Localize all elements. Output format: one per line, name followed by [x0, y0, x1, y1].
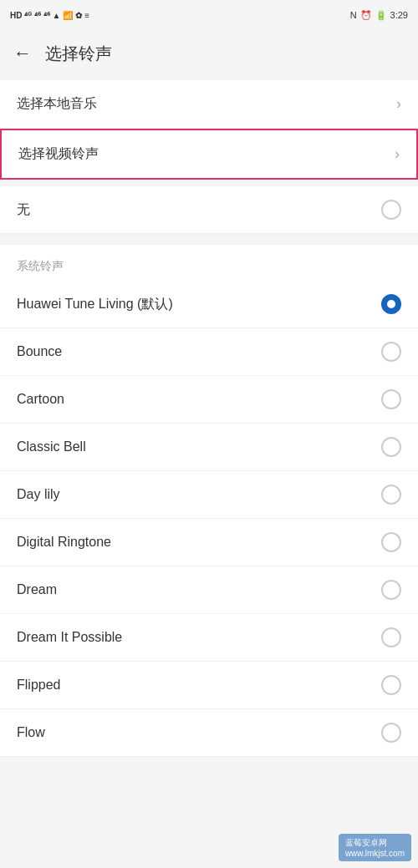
none-label: 无 [17, 201, 30, 219]
local-music-item[interactable]: 选择本地音乐 › [0, 80, 418, 129]
ringtone-digital-ringtone[interactable]: Digital Ringtone [0, 519, 418, 566]
header: ← 选择铃声 [0, 30, 418, 77]
none-radio[interactable] [381, 200, 401, 220]
none-option[interactable]: 无 [0, 186, 418, 234]
divider-1 [0, 180, 418, 186]
status-bar: HD ⁴ᴳ ⁴⁶ ⁴⁶ ▲ 📶 ✿ ≡ N ⏰ 🔋 3:29 [0, 0, 418, 30]
ringtone-label-3: Classic Bell [17, 439, 86, 454]
ringtone-day-lily[interactable]: Day lily [0, 471, 418, 519]
huawei-icon: ✿ ≡ [75, 11, 89, 20]
watermark-site: www.lmkjst.com [345, 849, 405, 858]
menu-section: 选择本地音乐 › 选择视频铃声 › [0, 80, 418, 180]
radio-button-4[interactable] [381, 485, 401, 505]
section-title: 系统铃声 [17, 259, 64, 272]
radio-button-3[interactable] [381, 437, 401, 457]
system-ringtones-section: 系统铃声 Huawei Tune Living (默认) Bounce Cart… [0, 245, 418, 757]
video-ringtone-label: 选择视频铃声 [18, 145, 99, 163]
ringtone-label-1: Bounce [17, 344, 62, 359]
radio-button-8[interactable] [381, 675, 401, 695]
ringtone-label-8: Flipped [17, 678, 60, 693]
ringtone-dream[interactable]: Dream [0, 566, 418, 614]
radio-button-5[interactable] [381, 532, 401, 552]
status-indicators: HD ⁴ᴳ ⁴⁶ ⁴⁶ ▲ [10, 11, 60, 20]
ringtone-flow[interactable]: Flow [0, 709, 418, 757]
page-title: 选择铃声 [45, 43, 112, 65]
video-ringtone-item[interactable]: 选择视频铃声 › [0, 129, 418, 180]
local-music-label: 选择本地音乐 [17, 95, 97, 113]
ringtone-cartoon[interactable]: Cartoon [0, 376, 418, 424]
radio-button-7[interactable] [381, 627, 401, 647]
watermark: 蓝莓安卓网 www.lmkjst.com [339, 834, 411, 861]
radio-button-2[interactable] [381, 389, 401, 409]
radio-button-0[interactable] [381, 294, 401, 314]
ringtone-bounce[interactable]: Bounce [0, 328, 418, 376]
wifi-icon: 📶 [63, 11, 73, 20]
watermark-label: 蓝莓安卓网 [345, 838, 387, 847]
ringtone-dream-it-possible[interactable]: Dream It Possible [0, 614, 418, 662]
ringtone-label-6: Dream [17, 582, 57, 597]
radio-button-9[interactable] [381, 723, 401, 743]
ringtone-huawei-tune[interactable]: Huawei Tune Living (默认) [0, 281, 418, 328]
battery-icon: 🔋 [375, 10, 387, 21]
ringtone-label-4: Day lily [17, 487, 60, 502]
ringtone-label-0: Huawei Tune Living (默认) [17, 296, 173, 313]
ringtone-label-2: Cartoon [17, 392, 64, 407]
ringtone-flipped[interactable]: Flipped [0, 662, 418, 709]
back-button[interactable]: ← [13, 43, 32, 64]
ringtone-classic-bell[interactable]: Classic Bell [0, 424, 418, 471]
radio-button-1[interactable] [381, 342, 401, 362]
ringtone-label-9: Flow [17, 725, 45, 740]
time-display: 3:29 [390, 10, 408, 20]
divider-2 [0, 235, 418, 241]
status-right: N ⏰ 🔋 3:29 [350, 10, 408, 21]
ringtone-label-7: Dream It Possible [17, 630, 122, 645]
chevron-right-icon-video: › [395, 145, 400, 163]
section-header: 系统铃声 [0, 245, 418, 281]
alarm-icon: ⏰ [360, 10, 372, 21]
chevron-right-icon: › [396, 95, 401, 113]
radio-button-6[interactable] [381, 580, 401, 600]
ringtone-label-5: Digital Ringtone [17, 535, 111, 550]
status-left: HD ⁴ᴳ ⁴⁶ ⁴⁶ ▲ 📶 ✿ ≡ [10, 11, 89, 20]
n-icon: N [350, 10, 357, 20]
none-section: 无 [0, 186, 418, 235]
